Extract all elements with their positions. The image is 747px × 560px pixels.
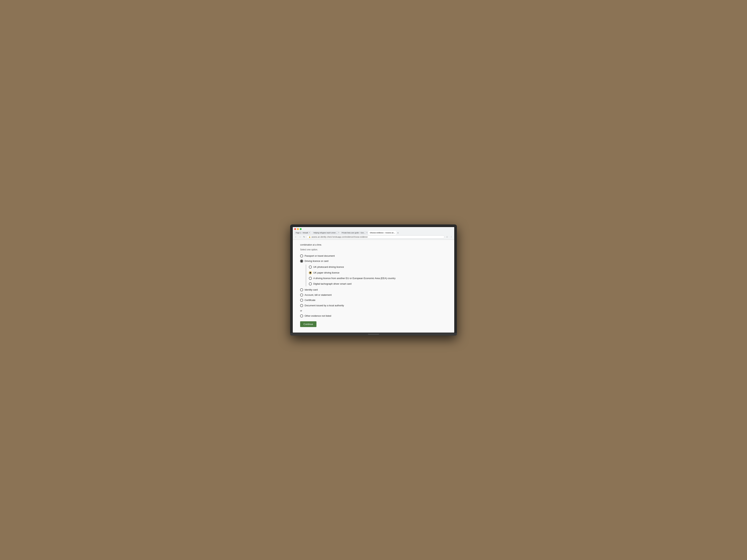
tab-choose-evidence-label: Choose evidence – Assess an… — [370, 232, 395, 234]
tab-private-beta-close[interactable]: ✕ — [366, 232, 367, 234]
label-local-authority: Document issued by a local authority — [305, 304, 344, 307]
option-local-authority[interactable]: Document issued by a local authority — [300, 303, 447, 308]
label-other: Other evidence not listed — [305, 314, 331, 318]
browser-chrome: Page 1 – Mosaik ✕ Helping refugees reach… — [293, 227, 454, 240]
new-tab-button[interactable]: + — [396, 231, 400, 235]
label-passport: Passport or travel document — [305, 254, 335, 258]
tab-refugees-close[interactable]: ✕ — [338, 232, 339, 234]
radio-driving[interactable] — [300, 260, 303, 263]
label-uk-photocard: UK photocard driving licence — [313, 265, 344, 269]
tab-mosaik-close[interactable]: ✕ — [309, 232, 310, 234]
tab-private-beta[interactable]: Private beta user guide – Goo… ✕ — [340, 231, 368, 235]
radio-identity-card[interactable] — [300, 288, 303, 291]
label-identity-card: Identity card — [305, 288, 318, 292]
option-uk-paper[interactable]: UK paper driving licence — [309, 270, 447, 275]
label-tachograph: Digital tachograph driver smart card — [313, 282, 352, 286]
radio-local-authority[interactable] — [300, 304, 303, 307]
tabs-row: Page 1 – Mosaik ✕ Helping refugees reach… — [294, 231, 453, 235]
forward-button[interactable]: → — [299, 235, 302, 238]
maximize-button[interactable] — [300, 228, 302, 230]
back-button[interactable]: ← — [294, 235, 298, 238]
select-label: Select one option. — [300, 248, 447, 251]
option-account-bill[interactable]: Account, bill or statement — [300, 293, 447, 297]
tab-choose-evidence[interactable]: Choose evidence – Assess an… ✕ — [368, 231, 396, 235]
option-tachograph[interactable]: Digital tachograph driver smart card — [309, 282, 447, 286]
menu-icon[interactable]: ⋮ — [449, 235, 453, 239]
label-account-bill: Account, bill or statement — [305, 293, 332, 297]
radio-certificate[interactable] — [300, 299, 303, 302]
label-uk-paper: UK paper driving licence — [313, 271, 339, 274]
screen: Page 1 – Mosaik ✕ Helping refugees reach… — [292, 227, 455, 333]
laptop-notch — [368, 334, 379, 335]
address-bar[interactable]: 🔒 assess-an-identity-check.herokuapp.com… — [307, 235, 444, 239]
laptop-base — [290, 333, 457, 336]
tab-refugees-label: Helping refugees reach univer… — [313, 232, 337, 234]
tab-mosaik-label: Page 1 – Mosaik — [296, 232, 308, 234]
page-content: combination at a time. Select one option… — [293, 240, 454, 332]
or-divider: or — [300, 310, 447, 312]
option-certificate[interactable]: Certificate — [300, 298, 447, 302]
address-bar-row: ← → ↻ 🔒 assess-an-identity-check.herokua… — [294, 235, 453, 239]
bookmark-icon[interactable]: ☆ — [445, 235, 448, 239]
tab-choose-evidence-close[interactable]: ✕ — [396, 232, 396, 234]
option-passport[interactable]: Passport or travel document — [300, 254, 447, 258]
intro-text: combination at a time. — [300, 243, 447, 246]
label-eu-driving: A driving licence from another EU or Eur… — [313, 277, 395, 280]
radio-eu-driving[interactable] — [309, 277, 312, 280]
driving-sub-options: UK photocard driving licence UK paper dr… — [306, 265, 447, 286]
radio-passport[interactable] — [300, 255, 303, 258]
continue-button[interactable]: Continue — [300, 321, 316, 327]
radio-account-bill[interactable] — [300, 294, 303, 296]
address-text: assess-an-identity-check.herokuapp.com/e… — [311, 236, 367, 238]
tab-mosaik[interactable]: Page 1 – Mosaik ✕ — [294, 231, 312, 235]
tab-private-beta-label: Private beta user guide – Goo… — [342, 232, 365, 234]
laptop: Page 1 – Mosaik ✕ Helping refugees reach… — [290, 224, 457, 336]
option-uk-photocard[interactable]: UK photocard driving licence — [309, 265, 447, 269]
lock-icon: 🔒 — [309, 236, 311, 238]
radio-other[interactable] — [300, 315, 303, 317]
radio-uk-photocard[interactable] — [309, 266, 312, 268]
label-certificate: Certificate — [305, 298, 315, 302]
tab-refugees[interactable]: Helping refugees reach univer… ✕ — [312, 231, 340, 235]
option-other[interactable]: Other evidence not listed — [300, 314, 447, 318]
close-button[interactable] — [294, 228, 296, 230]
traffic-lights — [294, 228, 453, 230]
option-eu-driving[interactable]: A driving licence from another EU or Eur… — [309, 276, 447, 281]
label-driving: Driving licence or card — [305, 260, 329, 263]
minimize-button[interactable] — [297, 228, 299, 230]
radio-group: Passport or travel document Driving lice… — [300, 254, 447, 318]
option-identity-card[interactable]: Identity card — [300, 287, 447, 292]
reload-button[interactable]: ↻ — [303, 235, 306, 239]
option-driving[interactable]: Driving licence or card — [300, 259, 447, 264]
radio-uk-paper[interactable] — [309, 271, 312, 274]
radio-tachograph[interactable] — [309, 283, 312, 285]
